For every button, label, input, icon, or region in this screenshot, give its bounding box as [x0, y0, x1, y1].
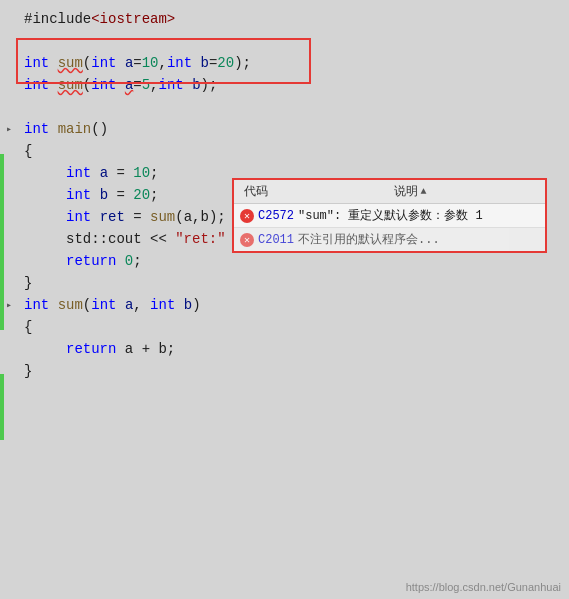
code-13: } — [18, 272, 32, 294]
sort-arrow-icon: ▲ — [421, 186, 427, 197]
watermark: https://blog.csdn.net/Gunanhuai — [406, 581, 561, 593]
popup-header: 代码 说明 ▲ — [234, 180, 545, 204]
line-16: return a + b; — [0, 338, 569, 360]
green-side-sum — [0, 374, 4, 440]
fold-icon-sum[interactable]: ▸ — [6, 299, 12, 311]
code-16: return a + b; — [18, 338, 175, 360]
code-1: #include<iostream> — [18, 8, 175, 30]
line-3: int sum(int a=10,int b=20); — [0, 52, 569, 74]
code-8: int a = 10; — [18, 162, 158, 184]
line-6: ▸ int main() — [0, 118, 569, 140]
popup-code-label: 代码 — [244, 183, 268, 200]
code-15: { — [18, 316, 32, 338]
code-10: int ret = sum(a,b); — [18, 206, 226, 228]
popup-error-code-2: C2011 — [258, 233, 298, 247]
line-14: ▸ int sum(int a, int b) — [0, 294, 569, 316]
code-3: int sum(int a=10,int b=20); — [18, 52, 251, 74]
line-7: { — [0, 140, 569, 162]
line-1: #include<iostream> — [0, 8, 569, 30]
popup-error-code-1: C2572 — [258, 209, 298, 223]
line-2 — [0, 30, 569, 52]
code-17: } — [18, 360, 32, 382]
line-12: return 0; — [0, 250, 569, 272]
line-4: int sum(int a=5,int b); — [0, 74, 569, 96]
line-5 — [0, 96, 569, 118]
popup-row-1: ✕ C2572 "sum": 重定义默认参数：参数 1 — [234, 204, 545, 228]
line-17: } — [0, 360, 569, 382]
fold-icon-main[interactable]: ▸ — [6, 123, 12, 135]
line-15: { — [0, 316, 569, 338]
popup-col-code: 代码 — [240, 182, 390, 201]
code-editor: #include<iostream> int sum(int a=10,int … — [0, 0, 569, 599]
error-icon-1: ✕ — [240, 209, 254, 223]
popup-row-2: ✕ C2011 不注引用的默认程序会... — [234, 228, 545, 251]
code-12: return 0; — [18, 250, 142, 272]
error-popup: 代码 说明 ▲ ✕ C2572 "sum": 重定义默认参数：参数 1 ✕ C2… — [232, 178, 547, 253]
code-2 — [18, 30, 32, 52]
line-13: } — [0, 272, 569, 294]
popup-msg-label: 说明 — [394, 183, 418, 200]
code-5 — [18, 96, 32, 118]
popup-col-msg: 说明 ▲ — [390, 182, 540, 201]
green-side-main — [0, 154, 4, 330]
gutter-6: ▸ — [0, 123, 18, 135]
code-7: { — [18, 140, 32, 162]
code-14: int sum(int a, int b) — [18, 294, 201, 316]
popup-error-msg-1: "sum": 重定义默认参数：参数 1 — [298, 207, 539, 224]
code-9: int b = 20; — [18, 184, 158, 206]
popup-error-msg-2: 不注引用的默认程序会... — [298, 231, 539, 248]
code-4: int sum(int a=5,int b); — [18, 74, 217, 96]
code-6: int main() — [18, 118, 108, 140]
error-icon-2: ✕ — [240, 233, 254, 247]
